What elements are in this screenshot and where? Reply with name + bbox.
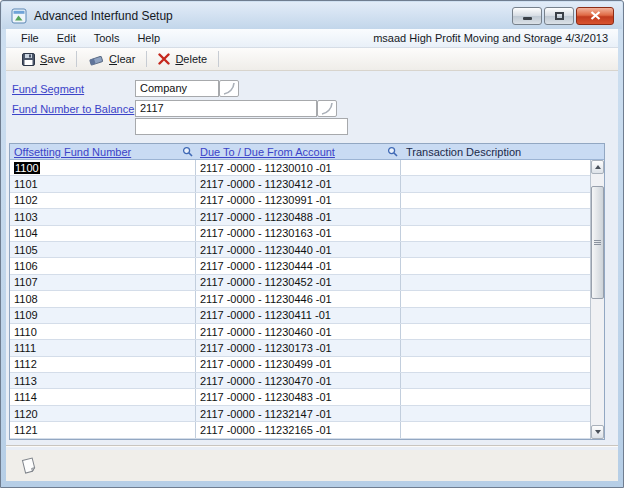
fund-description-field[interactable] bbox=[135, 118, 348, 135]
fund-segment-label[interactable]: Fund Segment bbox=[12, 83, 84, 95]
table-row[interactable]: 1111 2117 -0000 - 11230173 -01 bbox=[10, 340, 590, 356]
fund-number-to-balance-label[interactable]: Fund Number to Balance bbox=[12, 103, 134, 115]
app-icon bbox=[11, 8, 27, 24]
table-row[interactable]: 1112 2117 -0000 - 11230499 -01 bbox=[10, 357, 590, 373]
offsetting-fund-cell[interactable]: 1121 bbox=[14, 424, 38, 436]
fund-segment-field[interactable]: Company bbox=[135, 80, 219, 97]
menu-help[interactable]: Help bbox=[128, 32, 169, 44]
table-row[interactable]: 1120 2117 -0000 - 11232147 -01 bbox=[10, 406, 590, 422]
table-row[interactable]: 1101 2117 -0000 - 11230412 -01 bbox=[10, 176, 590, 192]
scroll-up-button[interactable] bbox=[591, 160, 604, 174]
table-row[interactable]: 1114 2117 -0000 - 11230483 -01 bbox=[10, 389, 590, 405]
menu-edit[interactable]: Edit bbox=[48, 32, 85, 44]
table-row[interactable]: 1109 2117 -0000 - 11230411 -01 bbox=[10, 308, 590, 324]
offsetting-fund-cell[interactable]: 1110 bbox=[14, 326, 37, 338]
offsetting-fund-cell[interactable]: 1108 bbox=[14, 293, 38, 305]
due-account-cell[interactable]: 2117 -0000 - 11230010 -01 bbox=[200, 162, 332, 174]
close-icon bbox=[590, 11, 601, 20]
due-account-cell[interactable]: 2117 -0000 - 11230444 -01 bbox=[200, 260, 332, 272]
table-row[interactable]: 1108 2117 -0000 - 11230446 -01 bbox=[10, 291, 590, 307]
table-row[interactable]: 1110 2117 -0000 - 11230460 -01 bbox=[10, 324, 590, 340]
toolbar: Save Clear Delete bbox=[6, 48, 618, 71]
table-row[interactable]: 1102 2117 -0000 - 11230991 -01 bbox=[10, 193, 590, 209]
due-account-cell[interactable]: 2117 -0000 - 11230452 -01 bbox=[200, 276, 332, 288]
transaction-description-header: Transaction Description bbox=[401, 146, 521, 158]
table-row[interactable]: 1107 2117 -0000 - 11230452 -01 bbox=[10, 275, 590, 291]
fund-segment-dropdown-button[interactable] bbox=[219, 80, 239, 97]
due-account-cell[interactable]: 2117 -0000 - 11232165 -01 bbox=[200, 424, 332, 436]
thumb-grip-icon bbox=[594, 240, 601, 245]
grid-header: Offsetting Fund Number Due To / Due From… bbox=[10, 144, 604, 160]
scrollbar-thumb[interactable] bbox=[591, 186, 604, 299]
table-row[interactable]: 1105 2117 -0000 - 11230440 -01 bbox=[10, 242, 590, 258]
minimize-icon bbox=[523, 17, 532, 20]
menu-file[interactable]: File bbox=[12, 32, 48, 44]
bottom-divider bbox=[6, 440, 618, 450]
interfund-grid: Offsetting Fund Number Due To / Due From… bbox=[9, 143, 605, 440]
offsetting-fund-cell[interactable]: 1107 bbox=[14, 276, 38, 288]
window-title: Advanced Interfund Setup bbox=[34, 9, 173, 23]
offsetting-fund-cell[interactable]: 1109 bbox=[14, 309, 38, 321]
due-account-cell[interactable]: 2117 -0000 - 11230173 -01 bbox=[200, 342, 332, 354]
toolbar-separator bbox=[218, 51, 219, 67]
delete-button[interactable]: Delete bbox=[150, 51, 215, 67]
fund-number-field[interactable]: 2117 bbox=[135, 100, 317, 117]
minimize-button[interactable] bbox=[512, 7, 542, 25]
scroll-down-button[interactable] bbox=[591, 425, 604, 439]
offsetting-fund-cell[interactable]: 1102 bbox=[14, 194, 38, 206]
toolbar-separator bbox=[146, 51, 147, 67]
offsetting-fund-cell[interactable]: 1105 bbox=[14, 244, 38, 256]
vertical-scrollbar[interactable] bbox=[590, 160, 604, 439]
restore-button[interactable] bbox=[544, 7, 574, 25]
table-row[interactable]: 1100 2117 -0000 - 11230010 -01 bbox=[10, 160, 590, 176]
due-account-cell[interactable]: 2117 -0000 - 11232147 -01 bbox=[200, 408, 332, 420]
scrollbar-track[interactable] bbox=[591, 174, 604, 425]
save-icon bbox=[22, 53, 35, 66]
offsetting-fund-cell[interactable]: 1100 bbox=[14, 162, 40, 174]
toolbar-separator bbox=[76, 51, 77, 67]
note-icon[interactable] bbox=[18, 455, 40, 477]
offsetting-fund-cell[interactable]: 1101 bbox=[14, 178, 38, 190]
due-account-cell[interactable]: 2117 -0000 - 11230440 -01 bbox=[200, 244, 332, 256]
offsetting-fund-cell[interactable]: 1120 bbox=[14, 408, 38, 420]
lookup-icon bbox=[182, 146, 194, 158]
advanced-interfund-setup-window: Advanced Interfund Setup File Edit Tools… bbox=[0, 0, 624, 488]
account-lookup-button[interactable] bbox=[386, 145, 400, 159]
due-account-cell[interactable]: 2117 -0000 - 11230446 -01 bbox=[200, 293, 332, 305]
offsetting-fund-cell[interactable]: 1113 bbox=[14, 375, 37, 387]
due-account-cell[interactable]: 2117 -0000 - 11230991 -01 bbox=[200, 194, 332, 206]
table-row[interactable]: 1104 2117 -0000 - 11230163 -01 bbox=[10, 226, 590, 242]
due-account-cell[interactable]: 2117 -0000 - 11230499 -01 bbox=[200, 358, 332, 370]
table-row[interactable]: 1103 2117 -0000 - 11230488 -01 bbox=[10, 209, 590, 225]
offsetting-fund-cell[interactable]: 1114 bbox=[14, 391, 37, 403]
offsetting-fund-number-header[interactable]: Offsetting Fund Number bbox=[10, 146, 131, 158]
clear-button[interactable]: Clear bbox=[80, 51, 143, 68]
table-row[interactable]: 1106 2117 -0000 - 11230444 -01 bbox=[10, 258, 590, 274]
offsetting-fund-cell[interactable]: 1106 bbox=[14, 260, 38, 272]
table-body: 1100 2117 -0000 - 11230010 -01 1101 2117… bbox=[10, 160, 590, 439]
due-account-cell[interactable]: 2117 -0000 - 11230488 -01 bbox=[200, 211, 332, 223]
due-account-cell[interactable]: 2117 -0000 - 11230163 -01 bbox=[200, 227, 332, 239]
table-row[interactable]: 1113 2117 -0000 - 11230470 -01 bbox=[10, 373, 590, 389]
fund-lookup-button[interactable] bbox=[181, 145, 195, 159]
due-account-cell[interactable]: 2117 -0000 - 11230483 -01 bbox=[200, 391, 332, 403]
offsetting-fund-cell[interactable]: 1111 bbox=[14, 342, 36, 354]
company-context-label: msaad High Profit Moving and Storage 4/3… bbox=[373, 32, 612, 44]
menu-tools[interactable]: Tools bbox=[85, 32, 129, 44]
form-area: Fund Segment Company Fund Number to Bala… bbox=[6, 71, 618, 143]
offsetting-fund-cell[interactable]: 1112 bbox=[14, 358, 37, 370]
due-account-cell[interactable]: 2117 -0000 - 11230460 -01 bbox=[200, 326, 332, 338]
titlebar[interactable]: Advanced Interfund Setup bbox=[2, 2, 622, 29]
offsetting-fund-cell[interactable]: 1103 bbox=[14, 211, 38, 223]
due-account-cell[interactable]: 2117 -0000 - 11230411 -01 bbox=[200, 309, 331, 321]
offsetting-fund-cell[interactable]: 1104 bbox=[14, 227, 38, 239]
due-to-due-from-account-header[interactable]: Due To / Due From Account bbox=[196, 146, 335, 158]
due-account-cell[interactable]: 2117 -0000 - 11230412 -01 bbox=[200, 178, 332, 190]
expansion-icon bbox=[319, 101, 335, 116]
save-button[interactable]: Save bbox=[14, 51, 73, 68]
lookup-icon bbox=[387, 146, 399, 158]
close-button[interactable] bbox=[576, 7, 614, 25]
fund-number-expansion-button[interactable] bbox=[317, 100, 337, 117]
due-account-cell[interactable]: 2117 -0000 - 11230470 -01 bbox=[200, 375, 332, 387]
table-row[interactable]: 1121 2117 -0000 - 11232165 -01 bbox=[10, 422, 590, 438]
